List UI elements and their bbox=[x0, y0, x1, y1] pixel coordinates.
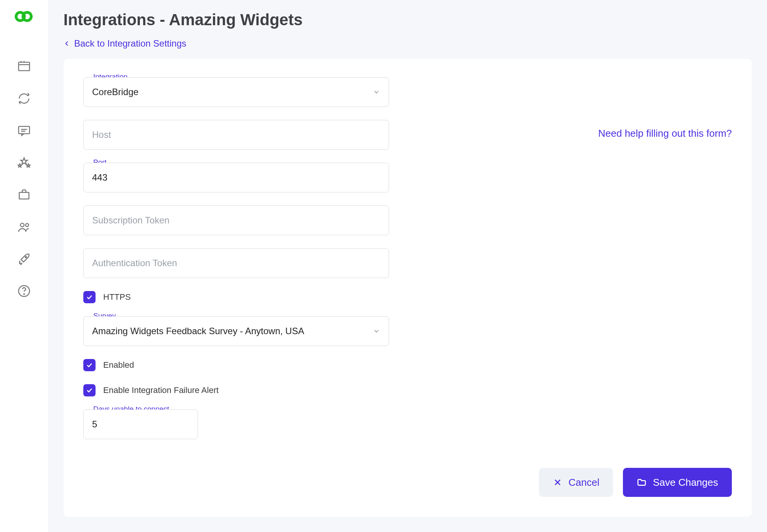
sync-icon[interactable] bbox=[16, 91, 32, 106]
survey-field: Survey Amazing Widgets Feedback Survey -… bbox=[83, 316, 389, 346]
integration-value: CoreBridge bbox=[92, 87, 138, 97]
svg-point-17 bbox=[24, 294, 24, 294]
failure-alert-checkbox[interactable] bbox=[83, 384, 96, 396]
days-unable-input[interactable]: 5 bbox=[83, 409, 198, 439]
back-link-label: Back to Integration Settings bbox=[74, 38, 186, 49]
svg-line-15 bbox=[21, 264, 22, 265]
svg-rect-4 bbox=[19, 126, 30, 134]
host-placeholder: Host bbox=[92, 129, 111, 140]
folder-icon bbox=[637, 477, 647, 487]
svg-rect-10 bbox=[19, 192, 29, 199]
sidebar-nav bbox=[16, 59, 32, 299]
enabled-label: Enabled bbox=[103, 360, 134, 370]
save-label: Save Changes bbox=[653, 477, 718, 488]
main-content: Integrations - Amazing Widgets Back to I… bbox=[48, 0, 767, 532]
check-icon bbox=[86, 361, 93, 369]
port-field: Port 443 bbox=[83, 163, 389, 192]
svg-point-12 bbox=[26, 223, 29, 226]
svg-rect-0 bbox=[19, 62, 30, 71]
authentication-token-field: Authentication Token bbox=[83, 248, 389, 278]
chevron-left-icon bbox=[63, 40, 70, 47]
svg-point-11 bbox=[21, 223, 24, 227]
enabled-row: Enabled bbox=[83, 359, 389, 371]
close-icon bbox=[553, 477, 563, 487]
save-button[interactable]: Save Changes bbox=[623, 468, 732, 497]
failure-alert-row: Enable Integration Failure Alert bbox=[83, 384, 389, 396]
https-checkbox[interactable] bbox=[83, 291, 96, 303]
sidebar bbox=[0, 0, 48, 532]
subscription-token-field: Subscription Token bbox=[83, 205, 389, 235]
authentication-token-input[interactable]: Authentication Token bbox=[83, 248, 389, 278]
integration-field: Integration CoreBridge bbox=[83, 77, 389, 107]
stars-icon[interactable] bbox=[16, 155, 32, 170]
days-unable-field: Days unable to connect 5 bbox=[83, 409, 198, 439]
messages-icon[interactable] bbox=[16, 123, 32, 138]
days-unable-value: 5 bbox=[92, 419, 97, 430]
https-label: HTTPS bbox=[103, 292, 131, 302]
subscription-token-placeholder: Subscription Token bbox=[92, 215, 169, 226]
https-row: HTTPS bbox=[83, 291, 389, 303]
form-card: Integration CoreBridge Host Port 443 bbox=[63, 59, 752, 517]
dashboard-icon[interactable] bbox=[16, 59, 32, 74]
svg-marker-8 bbox=[18, 164, 21, 167]
port-value: 443 bbox=[92, 172, 107, 183]
survey-value: Amazing Widgets Feedback Survey - Anytow… bbox=[92, 326, 304, 336]
host-field: Host bbox=[83, 120, 389, 150]
logo bbox=[10, 7, 38, 36]
back-link[interactable]: Back to Integration Settings bbox=[63, 38, 752, 49]
rocket-icon[interactable] bbox=[16, 251, 32, 267]
enabled-checkbox[interactable] bbox=[83, 359, 96, 371]
cancel-label: Cancel bbox=[569, 477, 600, 488]
svg-point-13 bbox=[25, 257, 26, 258]
chevron-down-icon bbox=[373, 327, 380, 335]
svg-marker-9 bbox=[27, 164, 30, 167]
cancel-button[interactable]: Cancel bbox=[539, 468, 613, 497]
check-icon bbox=[86, 386, 93, 394]
help-link[interactable]: Need help filling out this form? bbox=[598, 128, 732, 139]
action-bar: Cancel Save Changes bbox=[539, 468, 732, 497]
help-icon[interactable] bbox=[16, 283, 32, 299]
chevron-down-icon bbox=[373, 88, 380, 96]
users-icon[interactable] bbox=[16, 219, 32, 234]
failure-alert-label: Enable Integration Failure Alert bbox=[103, 385, 219, 395]
port-input[interactable]: 443 bbox=[83, 163, 389, 192]
survey-select[interactable]: Amazing Widgets Feedback Survey - Anytow… bbox=[83, 316, 389, 346]
check-icon bbox=[86, 293, 93, 301]
briefcase-icon[interactable] bbox=[16, 187, 32, 202]
svg-marker-7 bbox=[21, 158, 27, 164]
authentication-token-placeholder: Authentication Token bbox=[92, 258, 177, 268]
integration-select[interactable]: CoreBridge bbox=[83, 77, 389, 107]
host-input[interactable]: Host bbox=[83, 120, 389, 150]
subscription-token-input[interactable]: Subscription Token bbox=[83, 205, 389, 235]
form-column: Integration CoreBridge Host Port 443 bbox=[83, 77, 389, 497]
page-title: Integrations - Amazing Widgets bbox=[63, 11, 752, 29]
